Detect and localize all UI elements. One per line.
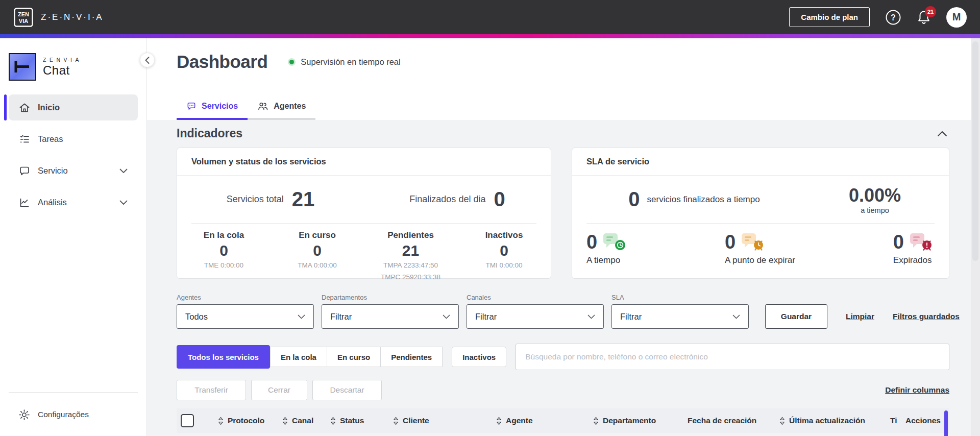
column-departamento[interactable]: Departamento [593,416,688,425]
stat-en-curso: En curso 0 TMA 0:00:00 [271,230,364,283]
zenvia-chat-logo: Z·E·N·V·I·A Chat [0,38,146,81]
transfer-button[interactable]: Transferir [177,380,246,400]
stat-en-la-cola: En la cola 0 TME 0:00:00 [177,230,271,283]
tasks-icon [18,133,31,146]
main-tabs: Servicios Agentes [177,101,315,120]
sidebar-item-tareas[interactable]: Tareas [9,126,138,152]
status-chip-group: En la cola En curso Pendientes [270,347,443,367]
sla-select[interactable]: Filtrar [611,304,749,329]
change-plan-button[interactable]: Cambio de plan [789,7,870,27]
tab-servicios[interactable]: Servicios [177,101,248,120]
gear-icon [18,409,30,421]
column-ultima-actualizacion[interactable]: Última actualización [779,416,890,425]
chip-pendientes[interactable]: Pendientes [380,347,443,367]
sidebar-item-configuracoes[interactable]: Configurações [0,400,146,429]
sidebar-item-label: Servicio [38,166,68,176]
tab-label: Agentes [274,102,306,111]
finalizados-del-dia: Finalizados del dia 0 [364,188,551,211]
filter-departamentos: Departamentos Filtrar [322,294,459,329]
tab-agentes[interactable]: Agentes [248,101,315,120]
sla-card: SLA de servicio 0 servicios finalizados … [572,148,949,279]
chip-inactivos[interactable]: Inactivos [452,347,506,367]
servicios-total-value: 21 [292,188,315,211]
about-to-expire-icon [741,232,765,253]
sidebar-footer-label: Configurações [38,410,89,419]
search-input[interactable] [516,344,949,370]
column-agente[interactable]: Agente [496,416,593,425]
chevron-down-icon [119,200,128,205]
sort-icon [282,417,288,425]
sidebar-item-label: Análisis [38,198,67,207]
page-scrollbar[interactable] [971,38,980,436]
close-button[interactable]: Cerrar [251,380,307,400]
sidebar-nav: Inicio Tareas Servicio [0,94,146,215]
chevron-up-icon [937,131,947,137]
card-title: Volumen y status de los servicios [177,148,551,176]
sla-percent: 0.00% a tiempo [816,185,934,214]
logo-product-text: Chat [43,63,80,78]
finalizados-value: 0 [494,188,505,211]
top-bar: ZEN VIA Z·E·N·V·I·A Cambio de plan ? 21 … [0,0,980,34]
zenvia-logo-icon: ZEN VIA [13,7,34,28]
chevron-down-icon [443,314,450,319]
chip-en-la-cola[interactable]: En la cola [270,347,327,367]
chevron-left-icon [144,56,150,64]
volume-status-card: Volumen y status de los servicios Servic… [177,148,551,279]
sort-icon [496,417,502,425]
sla-finished: 0 servicios finalizados a tiempo [572,188,816,211]
sort-icon [779,417,785,425]
filter-canales: Canales Filtrar [467,294,604,329]
main-area: Dashboard Supervisión en tiempo real Ser… [147,38,971,436]
sla-on-time: 0 A [586,231,627,265]
column-status[interactable]: Status [330,416,393,425]
help-button[interactable]: ? [885,9,901,26]
sla-expired: 0 [893,231,934,265]
servicios-total: Servicios total 21 [177,188,364,211]
define-columns-link[interactable]: Definir columnas [885,385,949,395]
sidebar-divider [9,392,138,393]
table-scrollbar-thumb[interactable] [944,410,948,436]
realtime-status-label: Supervisión en tiempo real [301,57,400,67]
column-ti: Ti [890,416,905,425]
table-header-row: Protocolo Canal Status Cliente [177,408,949,433]
expired-icon [909,232,934,253]
brand-gradient-bar [0,34,980,38]
sidebar-item-servicio[interactable]: Servicio [9,158,138,184]
sort-icon [330,417,336,425]
chip-todos-los-servicios[interactable]: Todos los servicios [177,345,270,369]
stat-inactivos: Inactivos 0 TMI 0:00:00 [457,230,551,283]
chip-en-curso[interactable]: En curso [327,347,381,367]
zenvia-logo: ZEN VIA Z·E·N·V·I·A [13,7,104,28]
column-cliente[interactable]: Cliente [393,416,496,425]
chat-logo-image [9,53,36,81]
column-fecha-creacion: Fecha de creación [688,416,779,425]
discard-button[interactable]: Descartar [312,380,382,400]
dashboard-content: Indicadores Volumen y status de los serv… [147,120,971,436]
column-canal[interactable]: Canal [282,416,330,425]
sidebar-item-label: Inicio [38,103,60,112]
user-avatar[interactable]: M [946,7,967,28]
svg-text:ZEN: ZEN [18,11,29,17]
sidebar-collapse-button[interactable] [140,53,155,67]
sort-icon [393,417,399,425]
column-protocolo[interactable]: Protocolo [218,416,282,425]
save-filters-button[interactable]: Guardar [765,304,827,329]
help-icon: ? [885,9,901,26]
sidebar-item-analisis[interactable]: Análisis [9,189,138,215]
sidebar: Z·E·N·V·I·A Chat Inicio Tareas [0,38,147,436]
page-scrollbar-thumb[interactable] [972,41,978,261]
agentes-select[interactable]: Todos [177,304,314,329]
clear-filters-link[interactable]: Limpiar [846,312,874,321]
brand-name: Z·E·N·V·I·A [41,12,104,22]
departamentos-select[interactable]: Filtrar [322,304,459,329]
select-all-checkbox[interactable] [181,414,194,427]
canales-select[interactable]: Filtrar [467,304,604,329]
stat-pendientes: Pendientes 21 TMPA 2233:47:50 TMPC 25920… [364,230,457,283]
section-collapse-button[interactable] [935,129,949,139]
active-indicator [4,94,7,120]
sidebar-item-inicio[interactable]: Inicio [9,94,138,120]
notifications-button[interactable]: 21 [917,10,931,25]
home-icon [18,102,31,114]
saved-filters-link[interactable]: Filtros guardados [893,312,960,321]
notification-count-badge: 21 [925,6,936,17]
